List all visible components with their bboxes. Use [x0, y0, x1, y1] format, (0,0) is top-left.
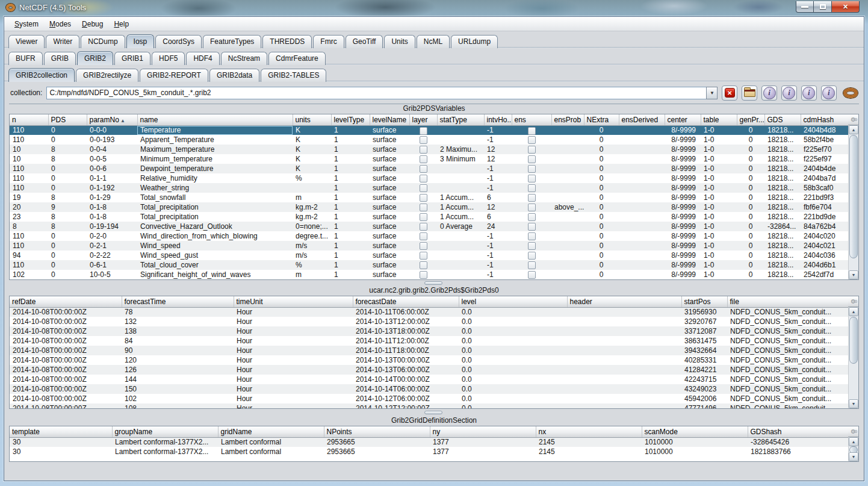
- checkbox[interactable]: [420, 271, 427, 279]
- column-header-level[interactable]: level: [459, 296, 567, 307]
- column-header-gdshash[interactable]: GDShash: [748, 426, 858, 437]
- checkbox[interactable]: [528, 165, 536, 173]
- table-row[interactable]: 2380-1-8Total_precipitationkg.m-21surfac…: [10, 212, 858, 222]
- info-button-1[interactable]: i: [761, 86, 777, 101]
- column-header-timeunit[interactable]: timeUnit: [234, 296, 353, 307]
- column-header-table[interactable]: table: [701, 114, 737, 125]
- tab-hdf5[interactable]: HDF5: [152, 52, 185, 65]
- column-header-template[interactable]: template: [10, 426, 112, 437]
- menu-system[interactable]: System: [9, 18, 44, 30]
- checkbox[interactable]: [528, 127, 536, 135]
- table-row[interactable]: 2090-1-8Total_precipitationkg.m-21surfac…: [10, 202, 858, 212]
- column-header-forecastdate[interactable]: forecastDate: [353, 296, 459, 307]
- scroll-down-button[interactable]: ▼: [849, 452, 858, 461]
- divider-handle[interactable]: [424, 281, 442, 285]
- table-row[interactable]: 30Lambert conformal-1377X2...Lambert con…: [10, 437, 858, 447]
- column-header-forecasttime[interactable]: forecastTime: [122, 296, 234, 307]
- table-row[interactable]: 102010-0-5Significant_height_of_wind_wav…: [10, 270, 858, 279]
- column-header-refdate[interactable]: refDate: [10, 296, 122, 307]
- tab-featuretypes[interactable]: FeatureTypes: [203, 35, 261, 48]
- column-header-units[interactable]: units: [293, 114, 331, 125]
- tab-writer[interactable]: Writer: [46, 35, 79, 48]
- tab-grib2data[interactable]: GRIB2data: [209, 69, 259, 82]
- title-bar[interactable]: NetCDF (4.5) Tools ✕: [0, 0, 868, 16]
- scroll-down-button[interactable]: ▼: [849, 399, 858, 408]
- table-row[interactable]: 2014-10-08T00:00:00Z84Hour2014-10-11T12:…: [10, 336, 858, 346]
- column-header-scanmode[interactable]: scanMode: [642, 426, 748, 437]
- tab-hdf4[interactable]: HDF4: [186, 52, 219, 65]
- scroll-down-button[interactable]: ▼: [849, 270, 858, 279]
- column-header-name[interactable]: name: [137, 114, 293, 125]
- tab-ncdump[interactable]: NCDump: [81, 35, 125, 48]
- table-row[interactable]: 11000-1-1Relative_humidity%1surface-108/…: [10, 173, 858, 183]
- table-row[interactable]: 1080-0-4Maximum_temperatureK1surface2 Ma…: [10, 145, 858, 154]
- table-options-gear-icon[interactable]: ⚙⚙: [848, 296, 858, 307]
- split-divider-2[interactable]: [4, 409, 864, 416]
- gds-vertical-scrollbar[interactable]: ▲ ▼: [848, 437, 858, 461]
- divider-handle[interactable]: [424, 411, 442, 414]
- tab-grib2-tables[interactable]: GRIB2-TABLES: [261, 69, 326, 82]
- checkbox[interactable]: [528, 252, 536, 260]
- column-header-levelname[interactable]: levelName: [370, 114, 409, 125]
- checkbox[interactable]: [420, 184, 427, 192]
- column-header-npoints[interactable]: NPoints: [324, 426, 430, 437]
- close-button[interactable]: ✕: [832, 1, 860, 13]
- checkbox[interactable]: [528, 194, 536, 202]
- table-row[interactable]: 2014-10-08T00:00:00Z126Hour2014-10-13T06…: [10, 365, 858, 375]
- table-row[interactable]: 2014-10-08T00:00:00Z132Hour2014-10-13T12…: [10, 317, 858, 326]
- checkbox[interactable]: [420, 261, 427, 269]
- table-options-gear-icon[interactable]: ⚙⚙: [848, 426, 858, 437]
- clear-collection-button[interactable]: ✕: [722, 86, 737, 101]
- menu-help[interactable]: Help: [108, 18, 134, 30]
- checkbox[interactable]: [528, 204, 536, 211]
- collection-input[interactable]: [46, 87, 706, 99]
- column-header-nextra[interactable]: NExtra: [584, 114, 619, 125]
- column-header-header[interactable]: header: [567, 296, 681, 307]
- column-header-gds[interactable]: GDS: [764, 114, 801, 125]
- checkbox[interactable]: [420, 242, 427, 250]
- tab-urldump[interactable]: URLdump: [451, 35, 498, 48]
- table-row[interactable]: 2014-10-08T00:00:00Z90Hour2014-10-11T18:…: [10, 346, 858, 355]
- column-header-ny[interactable]: ny: [430, 426, 536, 437]
- column-header-stattype[interactable]: statType: [437, 114, 484, 125]
- column-header-intvho-[interactable]: intvHo...: [484, 114, 512, 125]
- table-row[interactable]: 2014-10-08T00:00:00Z108Hour2014-10-12T12…: [10, 403, 858, 409]
- checkbox[interactable]: [420, 232, 427, 240]
- table-options-gear-icon[interactable]: ⚙⚙: [848, 114, 858, 125]
- checkbox[interactable]: [420, 204, 427, 211]
- checkbox[interactable]: [528, 155, 536, 163]
- checkbox[interactable]: [420, 213, 427, 221]
- split-divider-1[interactable]: [4, 280, 864, 286]
- checkbox[interactable]: [420, 155, 427, 163]
- tab-fmrc[interactable]: Fmrc: [313, 35, 344, 48]
- checkbox[interactable]: [420, 136, 427, 144]
- table-row[interactable]: 11000-6-1Total_cloud_cover%1surface-108/…: [10, 260, 858, 270]
- checkbox[interactable]: [528, 213, 536, 221]
- table-row[interactable]: 11000-2-1Wind_speedm/s1surface-108/-9999…: [10, 241, 858, 251]
- table-row[interactable]: 11000-2-0Wind_direction_from_which_blowi…: [10, 231, 858, 241]
- table-row[interactable]: 2014-10-08T00:00:00Z144Hour2014-10-14T00…: [10, 375, 858, 384]
- checkbox[interactable]: [420, 194, 427, 202]
- column-header-file[interactable]: file: [727, 296, 858, 307]
- minimize-button[interactable]: [796, 1, 814, 13]
- checkbox[interactable]: [420, 165, 427, 173]
- tab-grib[interactable]: GRIB: [44, 52, 76, 65]
- table-row[interactable]: 9400-2-22Wind_speed_gustm/s1surface-108/…: [10, 251, 858, 260]
- table-row[interactable]: 2014-10-08T00:00:00Z102Hour2014-10-12T06…: [10, 394, 858, 403]
- tab-grib2[interactable]: GRIB2: [77, 51, 113, 65]
- scrollbar-thumb[interactable]: [849, 317, 858, 364]
- table-row[interactable]: 880-19-194Convective_Hazard_Outlook0=non…: [10, 222, 858, 231]
- column-header-groupname[interactable]: groupName: [112, 426, 218, 437]
- column-header-startpos[interactable]: startPos: [681, 296, 727, 307]
- tab-grib1[interactable]: GRIB1: [114, 52, 150, 65]
- column-header-ensprob[interactable]: ensProb: [551, 114, 584, 125]
- column-header-genpr-[interactable]: genPr...: [737, 114, 764, 125]
- table-row[interactable]: 1080-0-5Minimum_temperatureK1surface3 Mi…: [10, 154, 858, 164]
- checkbox[interactable]: [528, 232, 536, 240]
- maximize-button[interactable]: [814, 1, 832, 13]
- info-button-3[interactable]: i: [801, 86, 817, 101]
- tab-bufr[interactable]: BUFR: [8, 52, 43, 65]
- checkbox[interactable]: [528, 184, 536, 192]
- scroll-up-button[interactable]: ▲: [849, 437, 858, 446]
- checkbox[interactable]: [420, 127, 427, 135]
